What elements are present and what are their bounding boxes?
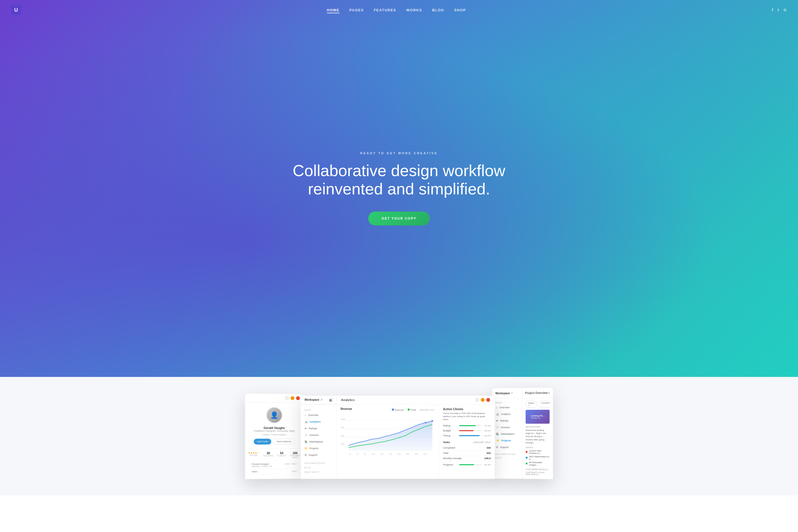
nav-pages[interactable]: PAGES bbox=[349, 8, 364, 12]
tasks-title: Tasks bbox=[443, 441, 450, 444]
goal-2: All Shareable images... bbox=[526, 461, 550, 467]
menu-icon[interactable]: ≡ bbox=[329, 398, 333, 402]
metric-timing-bar bbox=[459, 435, 480, 436]
goal-dot-1 bbox=[526, 457, 527, 459]
goal-text-0: Launch New Portfolio w... bbox=[529, 450, 550, 454]
sidebar2-invoices[interactable]: 📄 Invoices bbox=[492, 424, 522, 431]
goal-text-1: SEO Optimization to a... bbox=[529, 455, 550, 460]
month-label: JANUARY 2017 bbox=[419, 409, 435, 411]
nav-links: HOME PAGES FEATURES WORKS BLOG SHOP bbox=[327, 7, 466, 13]
sidebar-item-overview[interactable]: ⌂ Overview bbox=[301, 412, 336, 418]
x-label-3: 101 bbox=[372, 453, 375, 455]
star-icon: ★ bbox=[304, 427, 307, 430]
analytics-icon: 📊 bbox=[304, 420, 308, 423]
reviews-label: REVIEWS bbox=[263, 455, 273, 457]
workspace-header: Workspace ↗ ≡ bbox=[301, 396, 336, 404]
svg-text:$25: $25 bbox=[341, 443, 345, 445]
profile-stats: ★★★★☆ RATING 38 REVIEWS 54 CLIENTS 186 F… bbox=[248, 448, 300, 459]
workspace-label: Workspace ↗ bbox=[304, 398, 322, 401]
sidebar2-marketplace[interactable]: 🏪 Marketplace bbox=[492, 431, 522, 437]
history-item-0: Product Designer ArtHolper · London, UK … bbox=[252, 461, 297, 469]
nav-works[interactable]: WORKS bbox=[406, 8, 422, 12]
task-average: Monthly Average 245.5 bbox=[443, 456, 491, 461]
sidebar2-ratings[interactable]: ★ Ratings bbox=[492, 417, 522, 424]
task-completed: Completed 340 bbox=[443, 445, 491, 451]
tasks-header: Tasks JANUARY 2017 bbox=[443, 441, 491, 444]
chart-legend: Revenue Profit bbox=[392, 408, 416, 411]
topbar-icon-3 bbox=[486, 398, 490, 402]
svg-point-8 bbox=[431, 420, 433, 422]
metric-timing-label: Timing bbox=[443, 434, 457, 437]
project-overview-header: Project Overview bbox=[525, 391, 548, 394]
sidebar2-support[interactable]: ⚙ Support bbox=[492, 444, 522, 450]
profile-body: 👤 Gerald Vaughn Freelance Designer, Prev… bbox=[245, 402, 303, 479]
sidebar2-blog-label: BLOG bbox=[492, 456, 522, 459]
svg-text:$100: $100 bbox=[341, 418, 345, 420]
sidebar-item-projects[interactable]: 📁 Projects bbox=[301, 445, 336, 452]
nav-blog[interactable]: BLOG bbox=[432, 8, 444, 12]
workspace-arrow-icon: ↗ bbox=[511, 392, 513, 394]
nav-features[interactable]: FEATURES bbox=[374, 8, 396, 12]
task-total-label: Total bbox=[443, 452, 448, 454]
sidebar-item-analytics[interactable]: 📊 Analytics bbox=[301, 418, 336, 425]
progress-bar-wrap bbox=[459, 464, 482, 465]
sidebar-item-marketplace[interactable]: 🏪 Marketplace bbox=[301, 438, 336, 445]
project-icon: 📁 bbox=[304, 447, 308, 450]
metric-budget-pct: 62.6% bbox=[484, 430, 491, 432]
nav-home[interactable]: HOME bbox=[327, 8, 339, 13]
revenue-chart: $100 $75 $50 $25 bbox=[340, 415, 435, 451]
menu-dots-icon[interactable]: ≡ bbox=[548, 391, 550, 395]
x-label-0: 11 bbox=[349, 453, 351, 455]
project-desc-text: Brand new landing page for... Right now … bbox=[526, 429, 550, 444]
profile-card: 👤 Gerald Vaughn Freelance Designer, Prev… bbox=[245, 394, 303, 479]
task-average-label: Monthly Average bbox=[443, 457, 462, 460]
sidebar-item-ratings[interactable]: ★ Ratings bbox=[301, 425, 336, 432]
home-icon: ⌂ bbox=[304, 414, 306, 417]
customer-label: CUSTOMER DETAILS bbox=[526, 468, 550, 471]
facebook-icon[interactable]: f bbox=[772, 8, 773, 12]
home2-icon: ⌂ bbox=[496, 406, 497, 409]
profile-location: London, United Kingdom bbox=[262, 433, 286, 436]
topbar-icon-2 bbox=[481, 398, 485, 402]
x-label-2: 51 bbox=[364, 453, 366, 455]
project-desc-label: DESCRIPTION bbox=[526, 426, 550, 428]
sidebar-panel-2: MENU ⌂ Overview 📊 Analytics ★ Ratings bbox=[492, 398, 522, 479]
sidebar-item-invoices[interactable]: 📄 Invoices bbox=[301, 432, 336, 438]
history-year-0: 2016 - 2017 bbox=[285, 462, 296, 467]
rating-label: RATING bbox=[248, 454, 259, 456]
sidebar-item-support[interactable]: ⚙ Support bbox=[301, 452, 336, 458]
logo[interactable]: U bbox=[11, 5, 21, 15]
revenue-title: Revenue bbox=[340, 407, 352, 411]
sidebar-menu-label: MENU bbox=[301, 407, 336, 412]
hero-title: Collaborative design workflow reinvented… bbox=[288, 162, 510, 198]
marketplace-icon: 🏪 bbox=[304, 440, 308, 443]
topbar-user-icon bbox=[296, 396, 300, 400]
progress-bar bbox=[459, 464, 474, 465]
metric-budget-bar-wrap bbox=[459, 430, 482, 431]
task-completed-label: Completed bbox=[443, 446, 455, 449]
task-total-val: 520 bbox=[486, 452, 491, 454]
twitter-icon[interactable]: t bbox=[778, 8, 779, 12]
project2-icon: 📁 bbox=[497, 439, 500, 442]
sidebar2-doc-label: DOCUMENTATION bbox=[492, 451, 522, 456]
task-total: Total 520 bbox=[443, 451, 491, 456]
gigs-label: FINISHED GIGS bbox=[290, 454, 300, 458]
dashboard-content: MENU ⌂ Overview 📊 Analytics ★ Ratings bbox=[301, 405, 495, 477]
screenshots-section: 👤 Gerald Vaughn Freelance Designer, Prev… bbox=[0, 377, 798, 495]
nav-shop[interactable]: SHOP bbox=[454, 8, 466, 12]
hero-cta-button[interactable]: GET YOUR COPY bbox=[368, 212, 430, 225]
hero-subtitle: READY TO GET MORE CREATIVE bbox=[288, 151, 510, 155]
metric-rating: Rating 72.3% bbox=[443, 424, 491, 427]
history-role-0: Product Designer bbox=[252, 463, 272, 466]
clients-count: 54 bbox=[277, 451, 286, 455]
view-profile-button[interactable]: View Profile As bbox=[273, 439, 295, 444]
sidebar2-projects[interactable]: 📁 Projects bbox=[492, 437, 522, 444]
sidebar2-overview[interactable]: ⌂ Overview bbox=[492, 404, 522, 411]
right-metrics: Active Clients You're currently in TOP 1… bbox=[439, 405, 495, 477]
settings-icon[interactable]: ⚙ bbox=[783, 8, 787, 12]
metric-rating-bar bbox=[459, 425, 476, 426]
svg-text:$50: $50 bbox=[341, 435, 345, 437]
sidebar2-analytics[interactable]: 📊 Analytics bbox=[492, 411, 522, 417]
edit-profile-button[interactable]: Edit Profile bbox=[254, 439, 271, 444]
analytics2-icon: 📊 bbox=[496, 413, 499, 415]
